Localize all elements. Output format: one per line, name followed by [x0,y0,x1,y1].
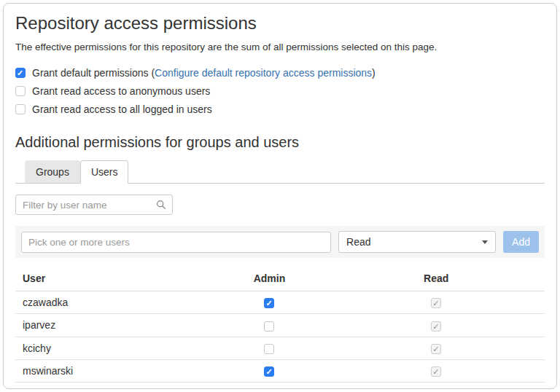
admin-checkbox[interactable] [264,344,274,354]
grant-logged-in-read-label: Grant read access to all logged in users [32,103,212,115]
user-name: kcichy [15,337,211,359]
search-icon [156,200,166,210]
grant-default-permissions-checkbox[interactable] [15,68,26,78]
column-header-admin: Admin [211,265,328,291]
table-row: vpetrychuk [15,383,545,389]
permission-select[interactable]: Read [338,231,496,253]
table-row: kcichy [15,337,545,359]
user-name: vpetrychuk [15,383,211,389]
global-permissions-list: Grant default permissions (Configure def… [15,63,545,118]
filter-user-input[interactable] [15,195,173,215]
page-title: Repository access permissions [15,13,545,34]
read-checkbox [431,344,441,354]
user-name: iparvez [15,314,211,337]
repository-permissions-page: Repository access permissions The effect… [3,3,557,389]
grant-anonymous-read-label: Grant read access to anonymous users [32,85,210,97]
column-header-read: Read [327,265,545,291]
add-button[interactable]: Add [503,231,539,253]
table-row: iparvez [15,314,545,337]
tab-groups[interactable]: Groups [25,160,80,184]
additional-permissions-heading: Additional permissions for groups and us… [15,134,545,151]
pick-users-input[interactable] [21,232,331,253]
user-filter [15,195,173,215]
grant-anonymous-read-row: Grant read access to anonymous users [15,82,545,100]
read-checkbox [431,366,441,377]
permission-select-value: Read [346,236,370,248]
chevron-down-icon [482,240,488,244]
user-name: mswinarski [15,359,211,382]
admin-checkbox[interactable] [264,298,274,308]
configure-default-permissions-link[interactable]: Configure default repository access perm… [155,67,372,79]
page-subtitle: The effective permissions for this repos… [15,42,545,52]
column-header-user: User [15,265,211,291]
table-header-row: User Admin Read [15,265,545,291]
admin-checkbox[interactable] [264,366,274,377]
tab-users[interactable]: Users [80,160,129,184]
grant-logged-in-read-checkbox[interactable] [15,104,26,114]
read-checkbox [431,298,441,308]
table-row: czawadka [15,291,545,314]
grant-default-permissions-row: Grant default permissions (Configure def… [15,63,545,82]
add-permission-panel: Read Add [15,226,545,258]
read-checkbox [431,321,441,332]
grant-logged-in-read-row: Grant read access to all logged in users [15,100,545,118]
admin-checkbox[interactable] [264,321,274,332]
users-permissions-table: User Admin Read czawadka iparvez kcichy [15,265,545,389]
grant-anonymous-read-checkbox[interactable] [15,86,26,96]
table-row: mswinarski [15,359,545,382]
grant-default-permissions-label: Grant default permissions (Configure def… [32,67,376,79]
user-name: czawadka [15,291,211,314]
groups-users-tabs: Groups Users [15,160,545,184]
